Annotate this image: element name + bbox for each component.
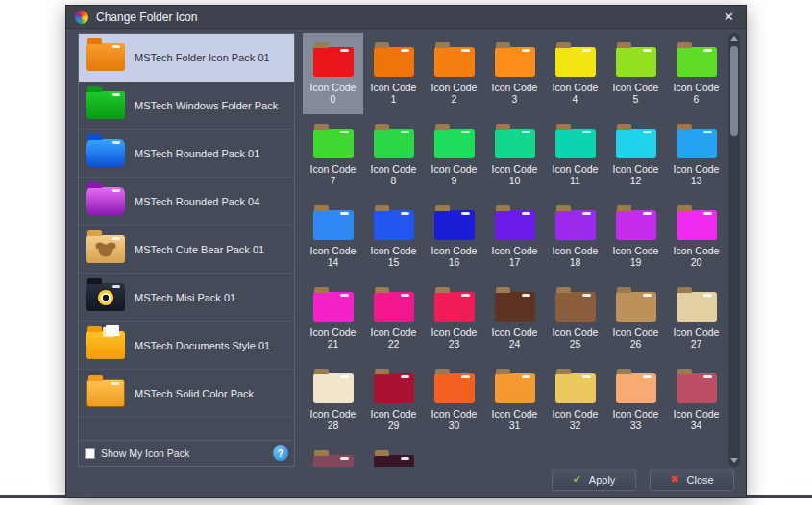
icon-grid: Icon Code0Icon Code1Icon Code2Icon Code3…	[303, 33, 726, 467]
icon-cell[interactable]: Icon Code27	[666, 277, 726, 359]
apply-button-label: Apply	[589, 474, 616, 486]
icon-cell[interactable]: Icon Code13	[666, 114, 726, 196]
icon-cell[interactable]: Icon Code21	[303, 277, 363, 359]
icon-cell[interactable]: Icon Code10	[484, 114, 545, 196]
icon-cell[interactable]: Icon Code6	[666, 33, 726, 114]
folder-icon	[555, 373, 596, 403]
pack-item[interactable]: MSTech Folder Icon Pack 01	[79, 34, 294, 82]
icon-code-label: Icon Code22	[363, 326, 424, 349]
icon-cell[interactable]: Icon Code30	[424, 359, 484, 441]
icon-code-label: Icon Code23	[424, 326, 484, 349]
icon-code-label: Icon Code21	[303, 326, 363, 349]
pack-item[interactable]: MSTech Rounded Pack 01	[79, 130, 294, 178]
folder-icon	[677, 129, 717, 158]
icon-code-label: Icon Code15	[363, 245, 424, 268]
icon-cell[interactable]: Icon Code9	[424, 114, 484, 196]
icon-cell[interactable]: Icon Code4	[545, 33, 605, 114]
icon-cell[interactable]: Icon Code29	[363, 359, 424, 441]
folder-icon	[677, 373, 717, 403]
icon-code-label: Icon Code19	[605, 245, 666, 268]
title-bar: Change Folder Icon ✕	[66, 6, 746, 29]
icon-cell[interactable]: Icon Code36	[363, 441, 424, 467]
icon-pack-panel: MSTech Folder Icon Pack 01MSTech Windows…	[78, 33, 295, 467]
pack-label: MSTech Solid Color Pack	[135, 388, 254, 399]
icon-cell[interactable]: Icon Code32	[545, 359, 605, 441]
app-icon	[75, 11, 88, 24]
icon-cell[interactable]: Icon Code16	[424, 196, 484, 277]
folder-icon	[677, 292, 717, 322]
folder-icon	[434, 129, 475, 158]
icon-code-label: Icon Code26	[605, 326, 666, 349]
icon-cell[interactable]: Icon Code25	[545, 277, 605, 359]
pack-item[interactable]: MSTech Solid Color Pack	[79, 370, 294, 418]
pack-item[interactable]: MSTech Misi Pack 01	[79, 274, 294, 322]
icon-detail	[106, 325, 119, 336]
icon-cell[interactable]: Icon Code28	[303, 359, 363, 441]
help-button[interactable]: ?	[273, 445, 288, 461]
pack-item[interactable]: MSTech Windows Folder Pack	[79, 82, 294, 130]
folder-icon	[313, 129, 354, 158]
icon-cell[interactable]: Icon Code1	[363, 33, 424, 114]
icon-code-label: Icon Code14	[303, 245, 363, 268]
icon-cell[interactable]: Icon Code15	[363, 196, 424, 277]
icon-cell[interactable]: Icon Code19	[605, 196, 666, 277]
scroll-down-icon[interactable]	[730, 458, 738, 463]
icon-cell[interactable]: Icon Code31	[484, 359, 545, 441]
icon-code-label: Icon Code2	[424, 82, 484, 105]
icon-cell[interactable]: Icon Code0	[303, 33, 363, 114]
icon-code-label: Icon Code20	[666, 245, 726, 268]
icon-cell[interactable]: Icon Code11	[545, 114, 605, 196]
folder-icon	[555, 210, 596, 240]
pack-label: MSTech Cute Bear Pack 01	[135, 244, 264, 255]
icon-cell[interactable]: Icon Code24	[484, 277, 545, 359]
icon-cell[interactable]: Icon Code33	[605, 359, 666, 441]
pack-item[interactable]: MSTech Cute Bear Pack 01	[79, 226, 294, 274]
folder-icon	[434, 292, 475, 322]
folder-icon	[495, 129, 535, 158]
icon-code-label: Icon Code30	[424, 408, 484, 431]
icon-cell[interactable]: Icon Code3	[484, 33, 545, 114]
icon-cell[interactable]: Icon Code5	[605, 33, 666, 114]
folder-icon	[313, 292, 354, 322]
icon-cell[interactable]: Icon Code18	[545, 196, 605, 277]
scrollbar-thumb[interactable]	[730, 46, 738, 136]
show-my-icon-pack-checkbox[interactable]	[85, 448, 95, 459]
folder-icon	[313, 455, 354, 467]
icon-cell[interactable]: Icon Code17	[484, 196, 545, 277]
classic-folder-icon	[86, 43, 125, 71]
icon-code-label: Icon Code4	[545, 82, 605, 105]
icon-cell[interactable]: Icon Code34	[666, 359, 726, 441]
icon-code-label: Icon Code6	[666, 82, 726, 105]
icon-cell[interactable]: Icon Code26	[605, 277, 666, 359]
pack-item[interactable]: MSTech Rounded Pack 04	[79, 178, 294, 226]
pack-label: MSTech Misi Pack 01	[135, 292, 235, 303]
apply-check-icon: ✔	[573, 474, 581, 485]
folder-icon	[677, 47, 717, 77]
apply-button[interactable]: ✔ Apply	[552, 469, 636, 491]
icon-cell[interactable]: Icon Code7	[303, 114, 363, 196]
icon-code-label: Icon Code8	[363, 163, 424, 186]
pack-list: MSTech Folder Icon Pack 01MSTech Windows…	[79, 34, 294, 440]
icon-cell[interactable]: Icon Code22	[363, 277, 424, 359]
close-icon[interactable]: ✕	[721, 9, 737, 25]
pack-item[interactable]: MSTech Documents Style 01	[79, 322, 294, 370]
scroll-up-icon[interactable]	[730, 36, 738, 41]
icon-cell[interactable]: Icon Code20	[666, 196, 726, 277]
grid-scrollbar[interactable]	[728, 33, 740, 467]
icon-cell[interactable]: Icon Code14	[303, 196, 363, 277]
icon-code-label: Icon Code7	[303, 163, 363, 186]
close-button-label: Close	[687, 474, 714, 486]
icon-code-label: Icon Code34	[666, 408, 726, 431]
icon-code-label: Icon Code5	[605, 82, 666, 105]
icon-cell[interactable]: Icon Code2	[424, 33, 484, 114]
icon-code-label: Icon Code18	[545, 245, 605, 268]
icon-cell[interactable]: Icon Code23	[424, 277, 484, 359]
bear-folder-icon	[86, 235, 125, 263]
icon-cell[interactable]: Icon Code35	[303, 441, 363, 467]
icon-code-label: Icon Code12	[605, 163, 666, 186]
icon-cell[interactable]: Icon Code8	[363, 114, 424, 196]
folder-icon	[616, 47, 656, 77]
close-button[interactable]: ✖ Close	[650, 469, 734, 491]
icon-cell[interactable]: Icon Code12	[605, 114, 666, 196]
icon-code-label: Icon Code28	[303, 408, 363, 431]
